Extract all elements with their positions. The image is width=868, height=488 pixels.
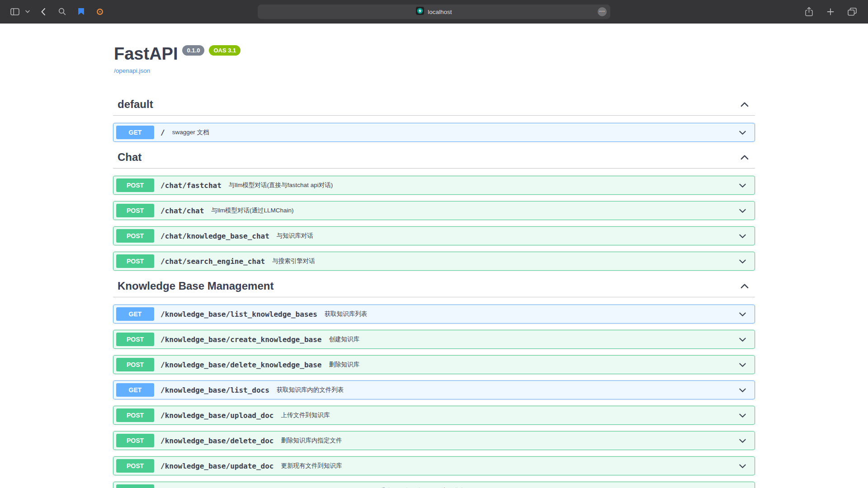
extension-button-blue[interactable] bbox=[73, 5, 89, 19]
chevron-down-icon[interactable] bbox=[736, 409, 748, 421]
tabs-icon bbox=[848, 8, 857, 16]
method-badge: POST bbox=[116, 229, 154, 243]
chevron-down-icon[interactable] bbox=[736, 308, 748, 320]
share-button[interactable] bbox=[801, 5, 816, 19]
chevron-down-icon[interactable] bbox=[736, 127, 748, 138]
method-badge: GET bbox=[116, 126, 154, 139]
chevron-down-icon[interactable] bbox=[736, 179, 748, 191]
method-badge: POST bbox=[116, 459, 154, 473]
bookmark-extension-icon bbox=[78, 8, 85, 15]
oas-badge: OAS 3.1 bbox=[209, 45, 241, 56]
method-badge: POST bbox=[116, 484, 154, 488]
sidebar-toggle-button[interactable] bbox=[7, 5, 23, 19]
operation-path: /chat/chat bbox=[160, 206, 204, 215]
operation-summary: swagger 文档 bbox=[172, 128, 209, 136]
method-badge: POST bbox=[116, 434, 154, 447]
operation-row[interactable]: POST /knowledge_base/create_knowledge_ba… bbox=[113, 330, 755, 349]
api-title: FastAPI 0.1.0 OAS 3.1 bbox=[114, 44, 755, 64]
chevron-down-icon[interactable] bbox=[736, 485, 748, 488]
section-title: Knowledge Base Management bbox=[118, 280, 274, 292]
tab-overview-button[interactable] bbox=[844, 5, 860, 19]
method-badge: GET bbox=[116, 307, 154, 321]
search-icon bbox=[58, 8, 66, 15]
operation-path: /knowledge_base/delete_knowledge_base bbox=[160, 361, 321, 369]
chevron-up-icon[interactable] bbox=[739, 151, 750, 163]
browser-toolbar: localhost ⋯ bbox=[0, 0, 868, 23]
chevron-down-icon[interactable] bbox=[736, 359, 748, 371]
operation-path: /knowledge_base/list_docs bbox=[160, 386, 269, 394]
operation-row[interactable]: POST /chat/search_engine_chat 与搜索引擎对话 bbox=[113, 252, 755, 271]
swagger-page: FastAPI 0.1.0 OAS 3.1 /openapi.json defa… bbox=[0, 23, 868, 488]
method-badge: POST bbox=[116, 333, 154, 346]
section-header[interactable]: Chat bbox=[113, 148, 755, 169]
operation-path: /knowledge_base/upload_doc bbox=[160, 411, 274, 420]
operation-summary: 获取知识库内的文件列表 bbox=[277, 386, 344, 394]
toolbar-left-group bbox=[7, 5, 108, 19]
operation-path: /chat/search_engine_chat bbox=[160, 257, 265, 266]
chevron-down-icon[interactable] bbox=[736, 333, 748, 345]
operation-path: /knowledge_base/delete_doc bbox=[160, 436, 274, 445]
operation-row[interactable]: GET /knowledge_base/list_docs 获取知识库内的文件列… bbox=[113, 380, 755, 399]
api-title-text: FastAPI bbox=[114, 44, 178, 64]
operation-row[interactable]: POST /chat/chat 与llm模型对话(通过LLMChain) bbox=[113, 201, 755, 220]
method-badge: GET bbox=[116, 383, 154, 397]
operation-row[interactable]: POST /knowledge_base/update_doc 更新现有文件到知… bbox=[113, 456, 755, 475]
operation-path: / bbox=[160, 128, 165, 137]
operation-row[interactable]: POST /chat/knowledge_base_chat 与知识库对话 bbox=[113, 226, 755, 245]
method-badge: POST bbox=[116, 178, 154, 192]
operation-summary: 与知识库对话 bbox=[277, 232, 313, 240]
operation-summary: 创建知识库 bbox=[329, 335, 359, 343]
chevron-down-icon bbox=[25, 10, 30, 13]
operation-summary: 与llm模型对话(通过LLMChain) bbox=[211, 206, 293, 215]
version-badge: 0.1.0 bbox=[182, 45, 204, 56]
extension-button-orange[interactable] bbox=[92, 5, 108, 19]
section-chat: Chat POST /chat/fastchat 与llm模型对话(直接与fas… bbox=[113, 148, 755, 271]
chevron-down-icon[interactable] bbox=[736, 384, 748, 396]
operation-path: /knowledge_base/list_knowledge_bases bbox=[160, 310, 317, 319]
section-title: Chat bbox=[118, 151, 142, 164]
address-bar[interactable]: localhost ⋯ bbox=[258, 5, 610, 19]
back-button[interactable] bbox=[35, 5, 51, 19]
operation-row[interactable]: GET /knowledge_base/list_knowledge_bases… bbox=[113, 305, 755, 324]
operation-path: /chat/fastchat bbox=[160, 181, 222, 190]
sidebar-icon bbox=[10, 8, 19, 15]
operation-row[interactable]: POST /knowledge_base/upload_doc 上传文件到知识库 bbox=[113, 406, 755, 425]
plus-icon bbox=[827, 8, 834, 15]
operation-row[interactable]: POST /knowledge_base/delete_doc 删除知识库内指定… bbox=[113, 431, 755, 450]
openapi-spec-link[interactable]: /openapi.json bbox=[114, 67, 150, 74]
site-favicon bbox=[416, 7, 424, 17]
chevron-down-icon[interactable] bbox=[736, 255, 748, 267]
toolbar-right-group bbox=[801, 5, 860, 19]
operation-path: /knowledge_base/update_doc bbox=[160, 462, 274, 470]
page-menu-icon[interactable]: ⋯ bbox=[598, 7, 607, 16]
sidebar-menu-button[interactable] bbox=[24, 5, 32, 19]
share-icon bbox=[805, 7, 813, 16]
operation-summary: 上传文件到知识库 bbox=[281, 411, 330, 419]
ring-extension-icon bbox=[96, 8, 104, 15]
new-tab-button[interactable] bbox=[823, 5, 838, 19]
section-header[interactable]: default bbox=[113, 95, 755, 116]
section-header[interactable]: Knowledge Base Management bbox=[113, 277, 755, 297]
operation-row[interactable]: POST /knowledge_base/delete_knowledge_ba… bbox=[113, 355, 755, 374]
section-title: default bbox=[118, 98, 153, 111]
section-knowledge-base-management: Knowledge Base Management GET /knowledge… bbox=[113, 277, 755, 488]
operation-row[interactable]: GET / swagger 文档 bbox=[113, 123, 755, 142]
operation-summary: 与搜索引擎对话 bbox=[272, 257, 315, 265]
chevron-up-icon[interactable] bbox=[739, 99, 750, 110]
operation-row[interactable]: POST /chat/fastchat 与llm模型对话(直接与fastchat… bbox=[113, 176, 755, 195]
chevron-down-icon[interactable] bbox=[736, 460, 748, 472]
chevron-down-icon[interactable] bbox=[736, 435, 748, 446]
chevron-up-icon[interactable] bbox=[739, 280, 750, 292]
operation-row[interactable]: POST /knowledge_base/recreate_vector_sto… bbox=[113, 482, 755, 488]
method-badge: POST bbox=[116, 358, 154, 371]
section-default: default GET / swagger 文档 bbox=[113, 95, 755, 142]
search-button[interactable] bbox=[54, 5, 70, 19]
operation-summary: 与llm模型对话(直接与fastchat api对话) bbox=[229, 181, 333, 189]
method-badge: POST bbox=[116, 204, 154, 217]
back-chevron-icon bbox=[41, 8, 46, 16]
method-badge: POST bbox=[116, 408, 154, 422]
chevron-down-icon[interactable] bbox=[736, 230, 748, 242]
method-badge: POST bbox=[116, 254, 154, 268]
chevron-down-icon[interactable] bbox=[736, 205, 748, 216]
operation-summary: 删除知识库内指定文件 bbox=[281, 436, 342, 445]
